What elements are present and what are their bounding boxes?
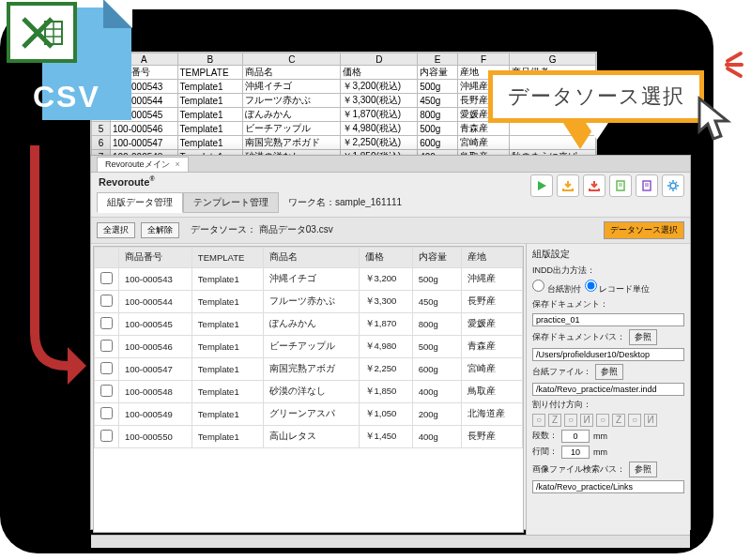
direction-shapes[interactable]: ○Z○И○Z○И <box>532 414 684 427</box>
imgsearch-input[interactable] <box>532 480 684 493</box>
browse-templatefile[interactable]: 参照 <box>595 364 623 380</box>
window-tab-label: Revorouteメイン <box>105 159 170 169</box>
grid-header[interactable]: 価格 <box>359 247 412 267</box>
grid-header[interactable]: 内容量 <box>412 247 462 267</box>
savedoc-label: 保存ドキュメント： <box>532 298 608 310</box>
row-checkbox[interactable] <box>100 407 113 419</box>
deselect-all-button[interactable]: 全解除 <box>141 222 179 238</box>
radio-template-layout[interactable]: 台紙割付 <box>532 280 581 295</box>
run-button[interactable] <box>530 174 553 197</box>
templatefile-input[interactable] <box>532 383 684 396</box>
paste-dir-label: 割り付け方向： <box>532 399 591 411</box>
grid-header[interactable]: 商品番号 <box>119 247 192 267</box>
flow-arrow-icon <box>21 145 86 389</box>
browse-imgsearch[interactable]: 参照 <box>629 462 657 477</box>
csv-label: CSV <box>33 80 100 114</box>
callout-text: データソース選択 <box>488 70 704 123</box>
toolbar <box>530 174 684 197</box>
table-row[interactable]: 100-000543Template1沖縄イチゴ￥3,200500g沖縄産 <box>95 267 523 290</box>
row-checkbox[interactable] <box>100 295 113 307</box>
revoroute-window: Revorouteメイン× Revoroute® 組版データ管理 テンプレート管… <box>90 155 691 530</box>
browse-savedocpath[interactable]: 参照 <box>629 329 657 345</box>
emphasis-ticks-icon <box>725 52 743 78</box>
templatefile-label: 台紙ファイル： <box>532 366 591 378</box>
window-tabbar: Revorouteメイン× <box>91 156 690 173</box>
workname: ワーク名：sample_161111 <box>288 196 402 209</box>
status-bar <box>91 535 690 548</box>
radio-record-unit[interactable]: レコード単位 <box>585 280 651 295</box>
doc2-button[interactable] <box>636 174 658 197</box>
datasource-select-button[interactable]: データソース選択 <box>604 221 684 239</box>
grid-header[interactable]: 産地 <box>462 247 523 267</box>
row-checkbox[interactable] <box>100 362 113 374</box>
cols-input[interactable] <box>561 430 590 443</box>
savedocpath-label: 保存ドキュメントパス： <box>532 331 625 343</box>
savedocpath-input[interactable] <box>532 348 684 361</box>
row-checkbox[interactable] <box>100 317 113 329</box>
row-checkbox[interactable] <box>100 385 113 397</box>
window-tab[interactable]: Revorouteメイン× <box>97 157 189 172</box>
row-checkbox[interactable] <box>100 430 113 442</box>
cursor-icon <box>695 94 742 150</box>
cols-label: 段数： <box>532 430 558 442</box>
doc1-button[interactable] <box>609 174 632 197</box>
table-row[interactable]: 100-000547Template1南国完熟アボガ￥2,250600g宮崎産 <box>95 357 523 380</box>
row-checkbox[interactable] <box>100 340 113 352</box>
panel-title: 組版設定 <box>532 248 684 261</box>
rows-input[interactable] <box>561 446 590 459</box>
layout-settings-panel: 組版設定 INDD出力方法： 台紙割付 レコード単位 保存ドキュメント： 保存ド… <box>526 244 690 535</box>
svg-point-10 <box>670 183 676 189</box>
table-row[interactable]: 100-000550Template1高山レタス￥1,450400g長野産 <box>95 425 523 447</box>
datasource-label: データソース： 商品データ03.csv <box>191 223 333 236</box>
row-checkbox[interactable] <box>100 272 113 284</box>
close-tab-icon[interactable]: × <box>176 159 180 169</box>
import-button[interactable] <box>557 174 579 197</box>
callout: データソース選択 <box>488 70 704 149</box>
table-row[interactable]: 100-000544Template1フルーツ赤かぶ￥3,300450g長野産 <box>95 290 523 312</box>
tab-layout-data[interactable]: 組版データ管理 <box>97 192 183 213</box>
imgsearch-label: 画像ファイル検索パス： <box>532 463 625 476</box>
tab-template-mgmt[interactable]: テンプレート管理 <box>183 192 279 213</box>
savedoc-input[interactable] <box>532 313 684 326</box>
table-row[interactable]: 100-000548Template1砂漠の洋なし￥1,850400g鳥取産 <box>95 380 523 402</box>
grid-header[interactable]: 商品名 <box>264 247 359 267</box>
data-grid[interactable]: 商品番号TEMPLATE商品名価格内容量産地 100-000543Templat… <box>93 246 524 533</box>
rows-label: 行間： <box>532 446 558 458</box>
excel-logo <box>7 2 77 63</box>
table-row[interactable]: 100-000549Template1グリーンアスパ￥1,050200g北海道産 <box>95 402 523 425</box>
table-row[interactable]: 100-000546Template1ビーチアップル￥4,980500g青森産 <box>95 335 523 357</box>
export-button[interactable] <box>583 174 605 197</box>
csv-file-icon: CSV <box>5 0 131 145</box>
indd-output-label: INDD出力方法： <box>532 265 595 277</box>
subtoolbar: 全選択 全解除 データソース： 商品データ03.csv データソース選択 <box>91 217 690 244</box>
grid-header[interactable]: TEMPLATE <box>192 247 263 267</box>
select-all-button[interactable]: 全選択 <box>97 222 135 238</box>
table-row[interactable]: 100-000545Template1ぽんみかん￥1,870800g愛媛産 <box>95 312 523 335</box>
settings-button[interactable] <box>662 174 684 197</box>
